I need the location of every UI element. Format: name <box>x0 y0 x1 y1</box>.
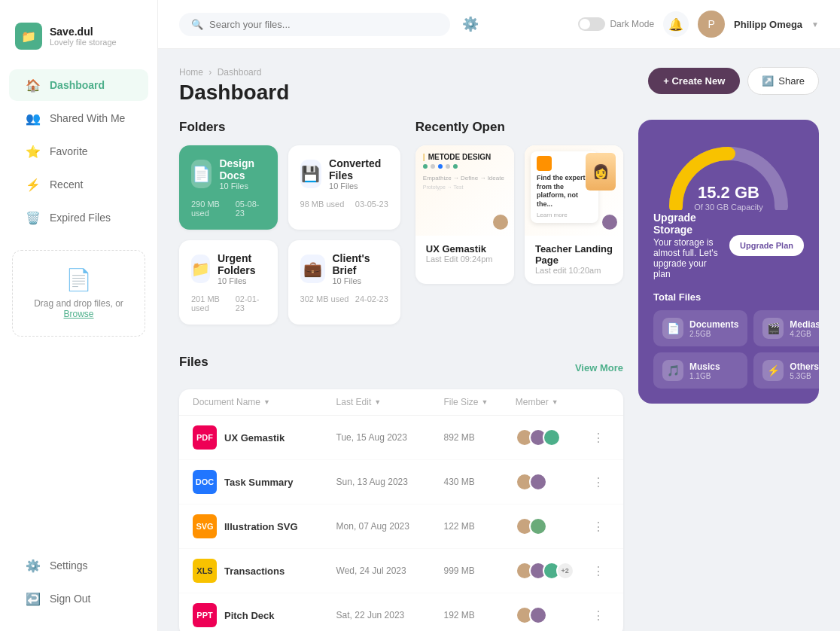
dark-mode-label: Dark Mode <box>610 19 654 29</box>
page-actions: + Create New ↗️ Share <box>648 67 819 95</box>
recently-grid: | METODE DESIGN <box>415 145 623 284</box>
table-header: Document Name ▼ Last Edit ▼ File Size ▼ <box>179 389 623 416</box>
ft-info-3: Others 5.3GB <box>790 361 819 380</box>
sidebar: 📁 Save.dul Lovely file storage 🏠 Dashboa… <box>0 0 158 631</box>
file-size-1: 430 MB <box>443 477 515 487</box>
sidebar-item-recent[interactable]: ⚡ Recent <box>9 169 148 200</box>
breadcrumb-current: Dashboard <box>218 67 262 78</box>
logo-icon: 📁 <box>15 23 42 50</box>
folder-used-0: 290 MB used <box>191 200 236 218</box>
page-header: Home › Dashboard Dashboard + Create New … <box>179 67 819 105</box>
signout-icon: ↩️ <box>26 591 41 606</box>
file-type-icon-1: DOC <box>193 470 217 494</box>
dropzone[interactable]: 📄 Drag and drop files, or Browse <box>12 250 145 337</box>
table-row: SVG Illustration SVG Mon, 07 Aug 2023 12… <box>179 504 623 549</box>
file-type-icon-0: PDF <box>193 425 217 450</box>
sidebar-label-expired: Expired Files <box>50 212 111 224</box>
recent-name-1: Teacher Landing Page <box>535 243 613 266</box>
storage-used-gb: 15.2 GB <box>653 183 804 203</box>
folder-name-3: Client's Brief <box>333 252 388 276</box>
row-more-button-2[interactable]: ⋮ <box>587 520 610 534</box>
folder-card-top-1: 💾 Converted Files 10 Files <box>300 157 388 191</box>
ft-name-3: Others <box>790 361 819 372</box>
tc-orange-block <box>537 156 552 171</box>
ft-name-2: Musics <box>689 361 720 372</box>
folder-card-top-0: 📄 Design Docs 10 Files <box>191 157 266 191</box>
th-member-arrow: ▼ <box>552 398 558 406</box>
avatar: P <box>698 11 725 38</box>
th-name[interactable]: Document Name ▼ <box>193 397 336 407</box>
sidebar-item-signout[interactable]: ↩️ Sign Out <box>9 583 148 614</box>
top-sections: Folders 📄 Design Docs 10 Files <box>179 120 623 325</box>
folder-name-0: Design Docs <box>219 157 265 181</box>
total-files-title: Total Files <box>653 291 804 303</box>
th-member-label: Member <box>516 397 549 407</box>
files-table: Document Name ▼ Last Edit ▼ File Size ▼ <box>179 389 623 631</box>
file-name-0: UX Gemastik <box>224 432 285 444</box>
th-file-size[interactable]: File Size ▼ <box>443 397 515 407</box>
th-actions <box>587 397 610 407</box>
dark-mode-toggle[interactable]: Dark Mode <box>578 17 654 31</box>
recent-card-1[interactable]: Find the experts from the platform, not … <box>525 145 623 284</box>
page-header-left: Home › Dashboard Dashboard <box>179 67 289 105</box>
storage-card: 15.2 GB Of 30 GB Capacity Upgrade Storag… <box>638 120 819 404</box>
sidebar-label-favorite: Favorite <box>50 145 88 157</box>
ft-icon-1: 🎬 <box>762 318 784 339</box>
folder-name-2: Urgent Folders <box>218 252 266 276</box>
file-name-cell-3: XLS Transactions <box>193 559 336 583</box>
row-more-button-1[interactable]: ⋮ <box>587 475 610 489</box>
recent-card-0[interactable]: | METODE DESIGN <box>415 145 514 284</box>
avatars-group-0 <box>516 428 587 447</box>
tc-sub: Learn more <box>537 212 592 218</box>
recent-icon: ⚡ <box>26 177 41 192</box>
view-more-link[interactable]: View More <box>575 362 623 373</box>
recently-title: Recently Open <box>415 120 623 135</box>
dropzone-label: Drag and drop files, or <box>34 298 123 309</box>
file-name-cell-4: PPT Pitch Deck <box>193 603 336 627</box>
folder-used-3: 302 MB used <box>300 294 349 303</box>
file-name-2: Illustration SVG <box>224 521 298 532</box>
sidebar-item-shared[interactable]: 👥 Shared With Me <box>9 102 148 134</box>
av-1 <box>529 473 547 491</box>
notification-button[interactable]: 🔔 <box>663 11 689 37</box>
th-last-edit[interactable]: Last Edit ▼ <box>336 397 444 407</box>
create-new-button[interactable]: + Create New <box>648 68 740 94</box>
folder-card-3[interactable]: 💼 Client's Brief 10 Files 302 MB used 24… <box>288 240 400 325</box>
upgrade-button[interactable]: Upgrade Plan <box>729 235 804 256</box>
th-member[interactable]: Member ▼ <box>516 397 587 407</box>
chevron-down-icon[interactable]: ▼ <box>811 20 819 29</box>
folder-used-2: 201 MB used <box>191 294 236 312</box>
folder-info-3: Client's Brief 10 Files <box>333 252 388 285</box>
toggle-pill[interactable] <box>578 17 605 31</box>
row-more-button-3[interactable]: ⋮ <box>587 564 610 578</box>
file-type-icon-2: SVG <box>193 514 217 538</box>
th-size-arrow: ▼ <box>481 398 488 406</box>
share-button[interactable]: ↗️ Share <box>747 67 819 95</box>
content-area: Home › Dashboard Dashboard + Create New … <box>158 49 840 631</box>
ft-name-1: Medias <box>790 319 819 330</box>
folder-card-2[interactable]: 📁 Urgent Folders 10 Files 201 MB used 02… <box>179 240 278 325</box>
ux-dot <box>438 164 443 169</box>
sidebar-item-favorite[interactable]: ⭐ Favorite <box>9 136 148 167</box>
search-bar[interactable]: 🔍 <box>179 13 450 36</box>
sidebar-item-dashboard[interactable]: 🏠 Dashboard <box>9 69 148 101</box>
ux-logo: | METODE DESIGN <box>423 153 492 161</box>
table-row: XLS Transactions Wed, 24 Jul 2023 999 MB <box>179 549 623 593</box>
ft-info-2: Musics 1.1GB <box>689 361 720 380</box>
folder-card-0[interactable]: 📄 Design Docs 10 Files 290 MB used 05-08… <box>179 145 278 230</box>
row-more-button-4[interactable]: ⋮ <box>587 608 610 623</box>
file-size-3: 999 MB <box>443 565 515 576</box>
browse-link[interactable]: Browse <box>63 309 93 319</box>
search-input[interactable] <box>209 19 438 30</box>
row-more-button-0[interactable]: ⋮ <box>587 431 610 445</box>
sidebar-item-expired[interactable]: 🗑️ Expired Files <box>9 202 148 233</box>
file-size-2: 122 MB <box>443 521 515 532</box>
folder-card-1[interactable]: 💾 Converted Files 10 Files 98 MB used 03… <box>288 145 400 230</box>
th-size-label: File Size <box>443 397 478 407</box>
sidebar-item-settings[interactable]: ⚙️ Settings <box>9 550 148 581</box>
upgrade-desc: Your storage is almost full. Let's upgra… <box>653 237 718 279</box>
filter-icon[interactable]: ⚙️ <box>462 16 479 32</box>
file-type-icon-3: XLS <box>193 559 217 583</box>
folder-info-1: Converted Files 10 Files <box>329 157 388 191</box>
sidebar-label-signout: Sign Out <box>50 593 90 605</box>
